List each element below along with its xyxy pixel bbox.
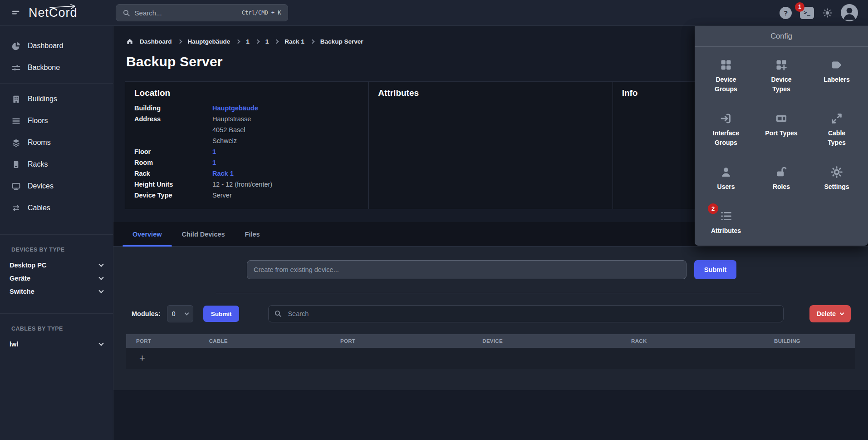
tab-child-devices[interactable]: Child Devices [172,222,235,246]
user-icon [841,4,858,21]
breadcrumb-item-building[interactable]: Hauptgebäude [188,38,230,45]
modules-label: Modules: [126,310,161,317]
tab-overview[interactable]: Overview [123,222,172,246]
type-label: Geräte [10,275,30,282]
config-item-labelers[interactable]: Labelers [809,59,864,94]
sidebar-item-backbone[interactable]: Backbone [0,57,113,79]
global-search: Ctrl/CMD + K [116,4,288,21]
column-header-cable: CABLE [199,338,330,344]
layers-icon [11,138,21,148]
config-item-users[interactable]: Users [698,166,754,192]
help-button[interactable]: ? [780,7,792,19]
modules-count-select[interactable]: 0 [167,305,193,322]
swap-arrows-icon [11,203,21,213]
config-menu-grid: Device Groups Device Types Labelers Inte… [695,47,868,239]
breadcrumb-item-dashboard[interactable]: Dashboard [140,38,172,45]
column-header-port: PORT [126,338,199,344]
config-item-interface-groups[interactable]: Interface Groups [698,112,754,148]
login-arrow-icon [720,112,732,125]
chevron-right-icon [275,39,279,44]
rack-link[interactable]: Rack 1 [212,168,359,179]
breadcrumb-item-floor[interactable]: 1 [246,38,250,45]
chevron-right-icon [177,39,182,44]
gear-icon [830,166,843,178]
terminal-button-wrap: >_ 1 [800,7,814,19]
delete-button[interactable]: Delete [809,305,851,322]
menu-toggle-button[interactable] [11,8,21,18]
sun-icon [822,8,833,18]
devices-by-type-header: DEVICES BY TYPE [0,239,113,258]
sidebar-item-cables[interactable]: Cables [0,197,113,219]
global-search-input[interactable] [135,9,237,17]
config-item-settings[interactable]: Settings [809,166,864,192]
column-header-device: DEVICE [472,338,621,344]
config-item-device-types[interactable]: Device Types [754,59,809,94]
config-item-attributes[interactable]: 2 Attributes [698,210,754,236]
device-type-filter-desktop-pc[interactable]: Desktop PC [0,258,113,272]
hamburger-icon [11,8,21,18]
sidebar-item-buildings[interactable]: Buildings [0,88,113,110]
modules-submit-button[interactable]: Submit [203,306,240,322]
diagonal-arrows-icon [830,112,843,125]
add-port-button[interactable]: + [126,353,145,363]
monitor-icon [11,182,21,191]
room-link[interactable]: 1 [212,157,359,168]
sidebar-item-racks[interactable]: Racks [0,153,113,175]
breadcrumb-item-rack[interactable]: Rack 1 [284,38,304,45]
location-row-address: Address Hauptstrasse [134,114,359,124]
sidebar-item-label: Backbone [28,64,60,72]
sidebar-item-floors[interactable]: Floors [0,110,113,132]
theme-toggle-button[interactable] [822,8,833,18]
sidebar-item-devices[interactable]: Devices [0,175,113,197]
create-from-existing-input[interactable] [247,260,687,279]
location-row-device-type: Device Type Server [134,190,359,201]
location-row-room: Room 1 [134,157,359,168]
floor-link[interactable]: 1 [212,146,359,157]
type-label: lwl [10,341,18,348]
location-row-floor: Floor 1 [134,146,359,157]
config-item-port-types[interactable]: Port Types [754,112,809,148]
location-row-height-units: Height Units 12 - 12 (front/center) [134,179,359,190]
modules-row: Modules: 0 Submit Delete [126,305,855,322]
table-row: + [126,348,855,369]
chevron-right-icon [310,39,314,44]
cable-type-filter-lwl[interactable]: lwl [0,337,113,351]
topbar-actions: ? >_ 1 [780,4,858,21]
chevron-down-icon [98,288,103,293]
config-item-cable-types[interactable]: Cable Types [809,112,864,148]
sidebar-item-rooms[interactable]: Rooms [0,132,113,153]
device-type-filter-switche[interactable]: Switche [0,285,113,298]
config-popover: Config Device Groups Device Types Labele… [695,26,868,246]
sliders-icon [11,63,21,73]
labeler-tag-icon [830,59,843,71]
attributes-badge: 2 [708,203,718,214]
user-avatar[interactable] [841,4,858,21]
chevron-right-icon [255,39,260,44]
config-item-device-groups[interactable]: Device Groups [698,59,754,94]
chevron-down-icon [184,311,189,316]
type-label: Desktop PC [10,262,46,269]
modules-selected-value: 0 [172,310,176,317]
chevron-down-icon [98,341,103,346]
port-search-input[interactable] [268,305,784,322]
device-type-filter-geraete[interactable]: Geräte [0,272,113,285]
cables-by-type-header: CABLES BY TYPE [0,318,113,337]
breadcrumb-item-room[interactable]: 1 [265,38,269,45]
create-submit-button[interactable]: Submit [694,260,736,279]
type-label: Switche [10,288,34,295]
sidebar-item-label: Buildings [28,95,57,103]
search-shortcut-hint: Ctrl/CMD + K [242,10,281,16]
tab-files[interactable]: Files [235,222,270,246]
user-icon [720,166,732,178]
logo-arrow-icon [49,4,79,9]
config-popover-title: Config [695,26,868,47]
sidebar-item-dashboard[interactable]: Dashboard [0,35,113,57]
delete-button-label: Delete [817,310,836,317]
building-icon [11,94,21,104]
sidebar-divider [0,83,113,84]
building-link[interactable]: Hauptgebäude [212,103,359,114]
create-from-existing-row: Submit [247,260,736,279]
home-icon[interactable] [126,38,133,45]
location-row-building: Building Hauptgebäude [134,103,359,114]
config-item-roles[interactable]: Roles [754,166,809,192]
